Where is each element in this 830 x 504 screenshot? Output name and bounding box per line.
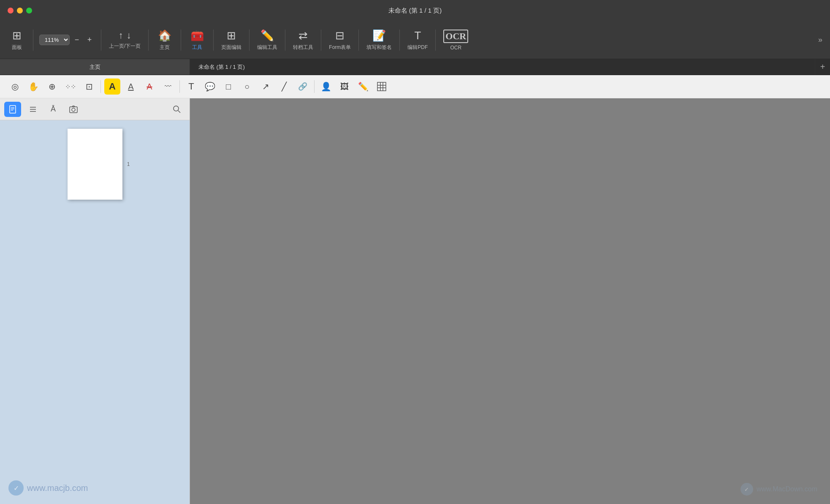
svg-rect-0 xyxy=(377,82,386,91)
zoom-out-button[interactable]: − xyxy=(71,35,82,46)
watermark: ✓ www.macjb.com xyxy=(8,480,88,496)
edit-pdf-button[interactable]: T 编辑PDF xyxy=(403,27,432,54)
separator-9 xyxy=(358,30,359,51)
table-tool-btn[interactable] xyxy=(374,79,390,95)
edit-tools-label: 编辑工具 xyxy=(257,44,277,51)
callout-tool-btn[interactable]: 💬 xyxy=(202,79,218,95)
minimize-button[interactable] xyxy=(17,8,23,14)
highlight-tool-btn[interactable]: A xyxy=(104,79,120,95)
separator-6 xyxy=(249,30,250,51)
maximize-button[interactable] xyxy=(26,8,32,14)
circle-tool-btn[interactable]: ◎ xyxy=(7,79,23,95)
text-tool-btn[interactable]: T xyxy=(183,79,199,95)
link-tool-btn[interactable]: 🔗 xyxy=(295,79,311,95)
rect-tool-icon: □ xyxy=(226,82,231,92)
search-tab[interactable] xyxy=(168,102,185,117)
draw-tool-btn[interactable]: ✏️ xyxy=(355,79,371,95)
close-button[interactable] xyxy=(8,8,14,14)
tools-icon: 🧰 xyxy=(190,29,204,42)
text-tab-icon: Ā xyxy=(51,105,56,114)
prev-next-button[interactable]: ↑ ↓ 上一页/下一页 xyxy=(105,27,145,52)
zoom-in-button[interactable]: + xyxy=(84,35,95,46)
panel-button[interactable]: ⊞ 面板 xyxy=(4,27,30,54)
toolbar-expand-button[interactable]: » xyxy=(815,34,826,46)
panel-icon: ⊞ xyxy=(12,29,22,42)
home-icon: 🏠 xyxy=(158,29,171,42)
watermark-text: www.macjb.com xyxy=(27,483,88,493)
separator-8 xyxy=(321,30,321,51)
svg-line-15 xyxy=(178,111,180,113)
hand-tool-btn[interactable]: ✋ xyxy=(25,79,41,95)
separator-1 xyxy=(33,30,33,51)
select-tool-icon: ⁘⁘ xyxy=(65,83,76,91)
separator-10 xyxy=(399,30,400,51)
tab-home-label: 主页 xyxy=(90,63,100,71)
tab-document[interactable]: 未命名 (第 1 / 1 页) xyxy=(190,59,815,75)
edit-tools-icon: ✏️ xyxy=(260,29,274,42)
edit-pdf-icon: T xyxy=(414,29,421,42)
content-area: Ā 1 ✓ xyxy=(0,98,830,504)
svg-point-14 xyxy=(174,106,179,111)
ann-sep-2 xyxy=(179,80,180,93)
select-tool-btn[interactable]: ⁘⁘ xyxy=(62,79,79,95)
form-label: Form表单 xyxy=(329,44,351,51)
bookmarks-tab[interactable] xyxy=(24,102,41,117)
ocr-button[interactable]: OCR OCR xyxy=(439,27,472,53)
bottom-watermark-text: www.MacDown.com xyxy=(757,485,817,493)
arrow-tool-btn[interactable]: ↗ xyxy=(258,79,274,95)
panel-tabs: Ā xyxy=(0,98,190,120)
page-number: 1 xyxy=(127,161,130,167)
link-tool-icon: 🔗 xyxy=(298,82,307,91)
tab-home[interactable]: 主页 xyxy=(0,59,190,75)
text-tool-icon: T xyxy=(188,81,194,92)
separator-4 xyxy=(181,30,181,51)
ocr-label: OCR xyxy=(450,45,461,51)
fill-sign-button[interactable]: 📝 填写和签名 xyxy=(362,27,396,54)
tab-document-label: 未命名 (第 1 / 1 页) xyxy=(198,63,245,71)
page-thumbnail[interactable] xyxy=(68,129,122,200)
tools-button[interactable]: 🧰 工具 xyxy=(184,27,210,54)
zoom-select[interactable]: 111% 50% 75% 100% 125% 150% 200% xyxy=(39,35,70,45)
home-button[interactable]: 🏠 主页 xyxy=(152,27,177,54)
prev-next-label: 上一页/下一页 xyxy=(109,43,141,50)
marquee-tool-btn[interactable]: ⊡ xyxy=(81,79,97,95)
text-tab[interactable]: Ā xyxy=(45,102,62,117)
tools-label: 工具 xyxy=(192,44,202,51)
line-tool-btn[interactable]: ╱ xyxy=(276,79,292,95)
circle-tool-icon: ◎ xyxy=(11,81,19,92)
underline-tool-btn[interactable]: A xyxy=(123,79,139,95)
squiggle-tool-btn[interactable]: 〰 xyxy=(160,79,176,95)
separator-2 xyxy=(101,30,101,51)
window-controls xyxy=(8,8,32,14)
strikeout-tool-btn[interactable]: A xyxy=(141,79,157,95)
rect-tool-btn[interactable]: □ xyxy=(220,79,236,95)
ellipse-tool-btn[interactable]: ○ xyxy=(239,79,255,95)
bottom-watermark-logo: ✓ xyxy=(740,483,753,496)
form-icon: ⊟ xyxy=(335,29,344,42)
left-panel: Ā 1 ✓ xyxy=(0,98,190,504)
ann-sep-1 xyxy=(100,80,101,93)
image-tool-btn[interactable]: 🖼 xyxy=(336,79,353,95)
convert-button[interactable]: ⇄ 转档工具 xyxy=(289,27,317,54)
pages-tab-icon xyxy=(8,105,17,114)
pages-tab[interactable] xyxy=(4,102,21,117)
edit-tools-button[interactable]: ✏️ 编辑工具 xyxy=(253,27,282,54)
prev-icon: ↑ xyxy=(119,30,123,41)
snapshot-tab-icon xyxy=(69,105,78,114)
stamp-tool-btn[interactable]: 👤 xyxy=(318,79,334,95)
svg-rect-12 xyxy=(70,107,77,113)
form-button[interactable]: ⊟ Form表单 xyxy=(325,27,355,54)
separator-11 xyxy=(435,30,436,51)
bottom-watermark: ✓ www.MacDown.com xyxy=(740,483,817,496)
page-edit-label: 页面编辑 xyxy=(221,44,241,51)
zoom-tool-btn[interactable]: ⊕ xyxy=(44,79,60,95)
bookmarks-tab-icon xyxy=(28,105,38,114)
stamp-tool-icon: 👤 xyxy=(321,81,331,92)
separator-3 xyxy=(148,30,149,51)
next-icon: ↓ xyxy=(127,30,131,41)
page-edit-button[interactable]: ⊞ 页面编辑 xyxy=(217,27,246,54)
separator-5 xyxy=(213,30,214,51)
fill-sign-icon: 📝 xyxy=(372,29,386,42)
snapshot-tab[interactable] xyxy=(65,102,82,117)
new-tab-button[interactable]: + xyxy=(815,59,830,75)
